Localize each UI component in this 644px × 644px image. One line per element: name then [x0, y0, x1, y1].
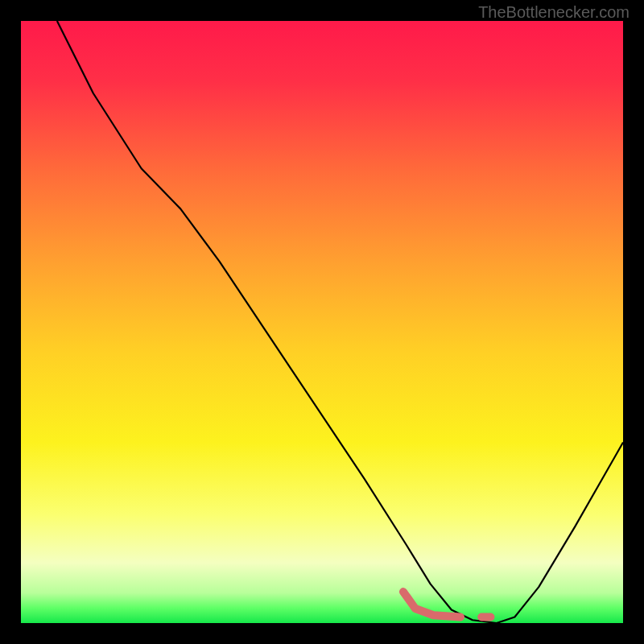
series-highlight-segment: [403, 592, 460, 617]
series-bottleneck-curve: [57, 21, 623, 623]
chart-lines: [21, 21, 623, 623]
watermark-text: TheBottlenecker.com: [478, 3, 630, 22]
plot-area: [21, 21, 623, 623]
